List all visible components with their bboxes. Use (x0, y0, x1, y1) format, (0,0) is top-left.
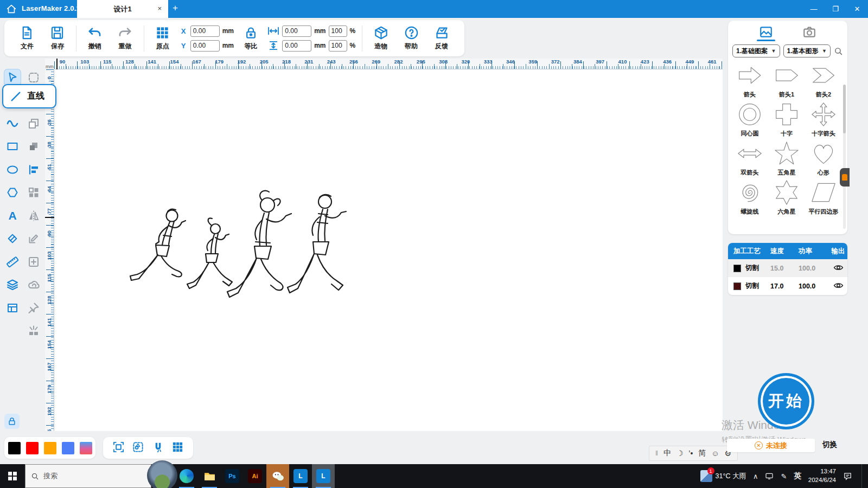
shape-arrow-pentagon[interactable]: 箭头1 (768, 62, 805, 99)
text-tool[interactable]: A (4, 208, 21, 224)
eraser-tool[interactable] (4, 230, 21, 247)
shape-parallelogram[interactable]: 平行四边形 (805, 179, 842, 216)
fit-to-frame-button[interactable] (112, 441, 125, 455)
grid-toggle-button[interactable] (171, 441, 184, 455)
pen-tray-icon[interactable]: ✎ (781, 472, 787, 480)
snap-magnet-button[interactable] (152, 441, 164, 455)
shape-cross-arrows[interactable]: 十字箭头 (805, 101, 842, 138)
frame-tool[interactable] (25, 254, 42, 270)
mirror-tool[interactable] (25, 208, 42, 224)
shape-star-5[interactable]: 五角星 (768, 140, 805, 177)
shape-cross[interactable]: 十字 (768, 101, 805, 138)
help-button[interactable]: 帮助 (396, 25, 426, 51)
taskbar-app-photoshop[interactable]: Ps (221, 464, 244, 488)
ellipse-tool[interactable] (4, 162, 21, 178)
arrange-tool[interactable] (25, 184, 42, 201)
window-close-button[interactable]: ✕ (846, 0, 868, 18)
show-desktop-button[interactable] (861, 464, 864, 488)
layer-color-swatch[interactable] (733, 265, 741, 272)
layer-color-swatch[interactable] (733, 282, 741, 290)
height-percent-input[interactable] (329, 40, 347, 52)
new-tab-button[interactable]: + (173, 3, 178, 14)
taskbar-app-lasermaker[interactable]: L (289, 464, 312, 488)
feedback-button[interactable]: 反馈 (426, 25, 457, 51)
category-dropdown[interactable]: 1.基础图案▼ (732, 44, 780, 57)
subcategory-dropdown[interactable]: 1.基本图形▼ (783, 44, 831, 57)
shape-star-6[interactable]: 六角星 (768, 179, 805, 216)
hidden-icons-chevron[interactable]: ∧ (753, 472, 758, 480)
ime-toolbar[interactable]: ‖ 中 ☽ ’• 简 ☺ ⚙ (649, 446, 738, 461)
curve-tool[interactable] (4, 115, 21, 132)
search-icon[interactable] (834, 47, 843, 56)
width-percent-input[interactable] (329, 25, 347, 37)
ime-emoji-icon[interactable]: ☺ (711, 449, 719, 458)
copy-tool[interactable] (25, 115, 42, 132)
start-button[interactable]: 开始 (758, 373, 814, 429)
focus-selection-button[interactable] (132, 441, 144, 455)
shape-concentric-circles[interactable]: 同心圆 (731, 101, 768, 138)
process-row[interactable]: 切割15.0100.0 (728, 259, 847, 277)
start-menu-button[interactable] (0, 464, 25, 488)
shape-double-arrow[interactable]: 双箭头 (731, 140, 768, 177)
line-tool-flyout[interactable]: 直线 (2, 84, 56, 108)
height-input[interactable] (282, 40, 311, 52)
explode-tool[interactable] (25, 323, 42, 339)
tab-close-icon[interactable]: × (157, 4, 162, 12)
shape-scrollbar-thumb[interactable] (843, 85, 846, 133)
ime-punctuation-icon[interactable]: ’• (688, 449, 693, 458)
weld-tool[interactable] (25, 277, 42, 293)
color-swatch[interactable] (44, 442, 56, 454)
shape-arrow-chevron[interactable]: 箭头2 (805, 62, 842, 99)
pin-tool[interactable] (25, 300, 42, 316)
width-input[interactable] (282, 25, 311, 37)
connection-status[interactable]: ✕ 未连接 (727, 439, 815, 452)
file-button[interactable]: 文件 (12, 25, 42, 51)
node-edit-tool[interactable] (25, 230, 42, 247)
shape-heart[interactable]: 心形 (805, 140, 842, 177)
canvas-lock-button[interactable] (4, 414, 20, 429)
polygon-tool[interactable] (4, 184, 21, 201)
taskbar-app-wechat[interactable] (266, 464, 289, 488)
window-minimize-button[interactable]: — (803, 0, 825, 18)
home-icon[interactable] (5, 3, 17, 15)
taskbar-app-edge[interactable] (175, 464, 198, 488)
color-swatch[interactable] (8, 442, 21, 454)
measure-tool[interactable] (4, 254, 21, 270)
vertical-ruler[interactable]: 0132638516477901031151281411541671791922… (45, 69, 54, 431)
window-maximize-button[interactable]: ❐ (825, 0, 846, 18)
ime-lang-mode[interactable]: 中 (663, 448, 671, 458)
ime-language-indicator[interactable]: 英 (794, 471, 801, 481)
origin-button[interactable]: 原点 (148, 25, 178, 51)
tab-graphics-library[interactable] (758, 24, 774, 40)
marquee-select-tool[interactable] (25, 69, 42, 86)
taskbar-app-illustrator[interactable]: Ai (244, 464, 266, 488)
rectangle-tool[interactable] (4, 138, 21, 155)
search-highlight-orb[interactable] (147, 460, 177, 488)
document-tab[interactable]: 设计1 × (77, 0, 168, 18)
shape-arrow-right[interactable]: 箭头 (731, 62, 768, 99)
redo-button[interactable]: 重做 (110, 25, 141, 51)
ime-drag-handle[interactable]: ‖ (655, 450, 658, 457)
horizontal-ruler[interactable]: 9010311512814115416717919220521823124325… (54, 59, 723, 69)
action-center-icon[interactable] (843, 472, 852, 481)
ime-simplified-toggle[interactable]: 简 (698, 448, 706, 458)
y-position-input[interactable] (190, 40, 220, 52)
power-value[interactable]: 100.0 (799, 265, 829, 272)
color-swatch[interactable] (62, 442, 74, 454)
panel-collapse-handle[interactable] (840, 168, 850, 187)
runners-line-art[interactable] (122, 188, 350, 334)
undo-button[interactable]: 撤销 (80, 25, 110, 51)
speed-value[interactable]: 17.0 (770, 282, 799, 290)
taskbar-weather[interactable]: 1 31°C 大雨 (700, 470, 746, 482)
x-position-input[interactable] (190, 25, 220, 37)
tab-camera-capture[interactable] (801, 24, 818, 40)
select-tool[interactable] (4, 69, 21, 86)
shape-spiral[interactable]: 螺旋线 (731, 179, 768, 216)
proportional-lock-button[interactable]: 等比 (237, 25, 264, 51)
output-visibility-toggle[interactable] (829, 282, 847, 291)
taskbar-search[interactable]: 搜索 (25, 464, 151, 488)
switch-device-button[interactable]: 切换 (822, 440, 837, 450)
ime-moon-icon[interactable]: ☽ (676, 449, 684, 458)
taskbar-clock[interactable]: 13:47 2024/6/24 (808, 467, 836, 484)
color-swatch[interactable] (26, 442, 39, 454)
